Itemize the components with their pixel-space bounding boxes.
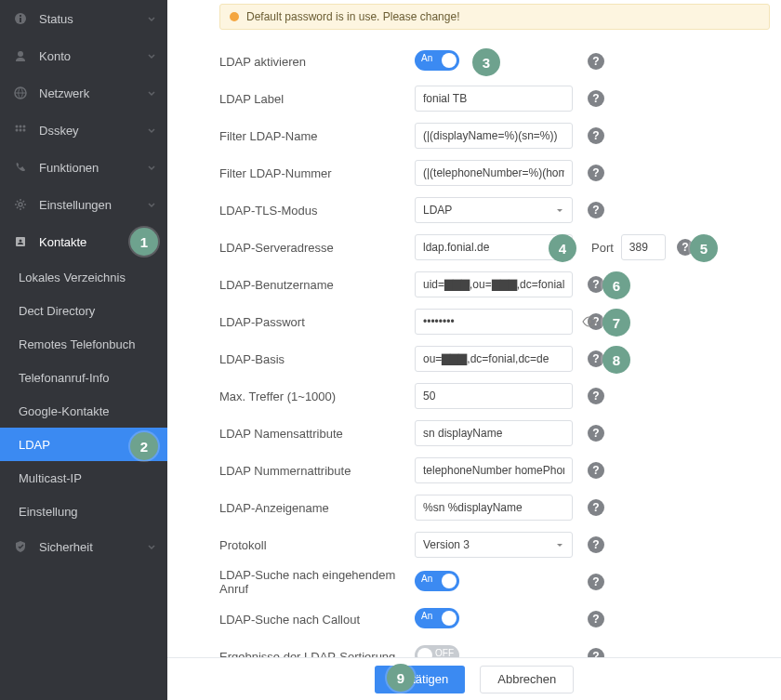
row-filter-name: Filter LDAP-Name ? xyxy=(219,117,762,154)
select-protocol[interactable]: Version 3 xyxy=(415,532,573,558)
help-icon[interactable]: ? xyxy=(588,202,604,218)
toggle-incoming[interactable]: An xyxy=(415,571,459,591)
annotation-badge-3: 3 xyxy=(472,48,500,76)
field-label: LDAP Label xyxy=(219,92,415,106)
field-label: Max. Treffer (1~1000) xyxy=(219,390,415,403)
main-content: Default password is in use. Please chang… xyxy=(167,0,781,700)
input-filter-name[interactable] xyxy=(415,123,573,149)
sub-item-label: Google-Kontakte xyxy=(19,404,110,418)
cancel-button[interactable]: Abbrechen xyxy=(480,666,574,693)
keypad-icon xyxy=(11,124,30,137)
sub-item-label: LDAP xyxy=(19,438,50,452)
gear-icon xyxy=(11,198,30,211)
row-display-name: LDAP-Anzeigename ? xyxy=(219,489,762,526)
help-icon[interactable]: ? xyxy=(588,536,604,553)
user-icon xyxy=(11,49,30,62)
svg-rect-2 xyxy=(20,15,21,17)
chevron-down-icon xyxy=(147,542,156,551)
chevron-down-icon xyxy=(147,125,156,135)
globe-icon xyxy=(11,86,30,99)
sidebar-item-label: Konto xyxy=(39,49,147,63)
input-filter-number[interactable] xyxy=(415,160,573,186)
row-base: LDAP-Basis ? xyxy=(219,340,762,377)
annotation-badge-9: 9 xyxy=(387,664,415,692)
sidebar-item-dsskey[interactable]: Dsskey xyxy=(0,112,167,149)
help-icon[interactable]: ? xyxy=(588,425,604,442)
sidebar-item-netzwerk[interactable]: Netzwerk xyxy=(0,74,167,112)
sidebar-item-label: Netzwerk xyxy=(39,86,147,100)
toggle-callout[interactable]: An xyxy=(415,608,459,628)
eye-icon[interactable] xyxy=(582,316,597,327)
input-ldap-label[interactable] xyxy=(415,86,573,112)
chevron-down-icon xyxy=(147,200,156,209)
sidebar-item-einstellungen[interactable]: Einstellungen xyxy=(0,186,167,223)
sub-item-google-kontakte[interactable]: Google-Kontakte xyxy=(0,394,167,428)
help-icon[interactable]: ? xyxy=(588,127,604,144)
help-icon[interactable]: ? xyxy=(588,90,604,107)
field-label: LDAP-Serveradresse xyxy=(219,241,415,255)
sub-item-label: Multicast-IP xyxy=(19,471,82,485)
svg-point-11 xyxy=(19,203,22,206)
sub-item-label: Lokales Verzeichnis xyxy=(19,271,126,284)
input-number-attrs[interactable] xyxy=(415,457,573,483)
input-base[interactable] xyxy=(415,346,573,372)
help-icon[interactable]: ? xyxy=(588,574,604,590)
input-name-attrs[interactable] xyxy=(415,420,573,446)
help-icon[interactable]: ? xyxy=(588,499,604,516)
toggle-ldap-enable[interactable]: An xyxy=(415,50,459,71)
help-icon[interactable]: ? xyxy=(588,611,604,627)
sidebar-item-status[interactable]: Status xyxy=(0,0,167,37)
select-tls-mode[interactable]: LDAP xyxy=(415,197,573,223)
shield-icon xyxy=(11,540,30,553)
sidebar-item-label: Status xyxy=(39,12,147,26)
annotation-badge-5: 5 xyxy=(690,234,718,262)
svg-point-3 xyxy=(18,51,23,57)
input-username[interactable] xyxy=(415,271,573,297)
select-value: LDAP xyxy=(423,204,452,217)
port-label: Port xyxy=(591,241,614,255)
contacts-icon xyxy=(11,235,30,248)
field-label: LDAP-Suche nach eingehendem Anruf xyxy=(219,568,415,596)
sub-item-remotes-telefonbuch[interactable]: Remotes Telefonbuch xyxy=(0,327,167,361)
field-label: LDAP-Basis xyxy=(219,352,415,366)
field-label: Filter LDAP-Nummer xyxy=(219,166,415,180)
sub-item-telefonanruf-info[interactable]: Telefonanruf-Info xyxy=(0,361,167,394)
row-protocol: Protokoll Version 3 ? xyxy=(219,526,762,563)
row-name-attrs: LDAP Namensattribute ? xyxy=(219,415,762,452)
sidebar: Status Konto Netzwerk Dsskey Funktionen … xyxy=(0,0,167,700)
input-display-name[interactable] xyxy=(415,495,573,521)
field-label: LDAP-Benutzername xyxy=(219,278,415,292)
svg-point-6 xyxy=(20,125,22,128)
row-incoming-search: LDAP-Suche nach eingehendem Anruf An ? xyxy=(219,563,762,601)
field-label: LDAP Namensattribute xyxy=(219,427,415,441)
input-maxhits[interactable] xyxy=(415,383,573,409)
sidebar-item-label: Sicherheit xyxy=(39,540,147,554)
field-label: LDAP aktivieren xyxy=(219,55,415,69)
sub-item-dect-directory[interactable]: Dect Directory xyxy=(0,294,167,327)
input-password[interactable] xyxy=(415,309,573,335)
svg-point-8 xyxy=(16,129,19,132)
sub-item-multicast-ip[interactable]: Multicast-IP xyxy=(0,461,167,495)
row-username: LDAP-Benutzername ? xyxy=(219,266,762,303)
help-icon[interactable]: ? xyxy=(588,388,604,404)
chevron-down-icon xyxy=(147,88,156,98)
sidebar-item-funktionen[interactable]: Funktionen xyxy=(0,149,167,186)
sidebar-item-konto[interactable]: Konto xyxy=(0,37,167,74)
input-port[interactable] xyxy=(621,234,666,260)
field-label: Filter LDAP-Name xyxy=(219,129,415,143)
sub-item-einstellung[interactable]: Einstellung xyxy=(0,495,167,528)
help-icon[interactable]: ? xyxy=(588,462,604,479)
sidebar-item-label: Einstellungen xyxy=(39,198,147,212)
help-icon[interactable]: ? xyxy=(588,53,604,70)
sidebar-item-sicherheit[interactable]: Sicherheit xyxy=(0,528,167,565)
row-callout-search: LDAP-Suche nach Callout An ? xyxy=(219,601,762,638)
row-maxhits: Max. Treffer (1~1000) ? xyxy=(219,377,762,415)
sidebar-item-label: Funktionen xyxy=(39,161,147,175)
chevron-down-icon xyxy=(147,14,156,23)
annotation-badge-7: 7 xyxy=(602,309,630,337)
warning-text: Default password is in use. Please chang… xyxy=(246,10,459,23)
row-tls-mode: LDAP-TLS-Modus LDAP ? xyxy=(219,192,762,229)
sub-item-lokales-verzeichnis[interactable]: Lokales Verzeichnis xyxy=(0,260,167,294)
help-icon[interactable]: ? xyxy=(588,165,604,181)
field-label: LDAP-Passwort xyxy=(219,315,415,329)
